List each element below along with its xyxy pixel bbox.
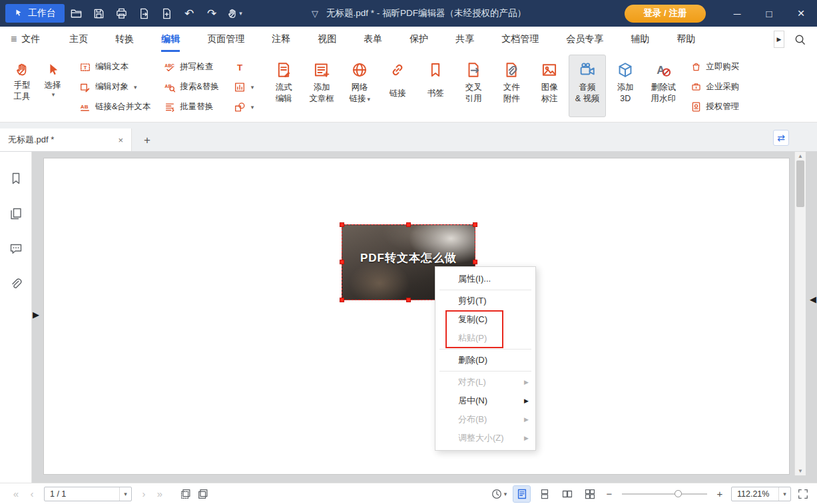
search-button[interactable] [794,33,806,46]
menu-tab-help[interactable]: 帮助 [677,27,695,52]
edit-object-button[interactable]: 编辑对象 ▾ [77,78,152,96]
zoom-slider[interactable] [622,493,707,495]
bookmark-button[interactable]: 书签 [417,55,454,117]
selection-handle[interactable] [340,260,344,264]
context-menu-center[interactable]: 居中(N)▶ [435,391,535,410]
context-menu-properties[interactable]: 属性(I)... [435,270,535,288]
hand-tool-button[interactable]: 手型 工具 [7,55,37,117]
selection-handle[interactable] [340,222,344,227]
last-page-button[interactable]: » [152,488,168,499]
selection-handle[interactable] [406,298,411,302]
menu-tab-protect[interactable]: 保护 [409,27,428,52]
next-page-button[interactable]: › [136,488,152,499]
new-tab-button[interactable]: + [144,134,150,146]
first-page-button[interactable]: « [8,488,24,499]
buy-now-button[interactable]: 立即购买 [688,58,741,76]
selection-handle[interactable] [473,222,477,227]
context-menu-cut[interactable]: 剪切(T) [435,292,535,310]
context-menu-align[interactable]: 对齐(L)▶ [435,373,535,391]
zoom-level-combo[interactable]: 112.21% ▾ [731,487,791,501]
auto-scroll-clock-button[interactable]: ▾ [490,486,507,502]
selection-handle[interactable] [473,260,477,264]
menu-tab-share[interactable]: 共享 [455,27,474,52]
menu-tab-form[interactable]: 表单 [364,27,382,52]
menu-tab-view[interactable]: 视图 [318,27,336,52]
right-panel-collapse-icon[interactable]: ◀ [810,295,816,304]
link-merge-text-button[interactable]: AB 链接&合并文本 [77,98,152,116]
fullscreen-button[interactable] [797,488,809,500]
zoom-out-button[interactable]: − [604,488,615,499]
chevron-down-icon[interactable]: ▾ [119,487,131,501]
context-menu-copy[interactable]: 复制(C) [435,310,535,329]
menu-tab-page-manage[interactable]: 页面管理 [207,27,244,52]
add-article-box-button[interactable]: 添加 文章框 [303,55,340,117]
flow-edit-button[interactable]: 流式 编辑 [265,55,302,117]
tab-close-icon[interactable]: × [118,135,123,145]
facing-pages-button[interactable] [559,486,575,502]
cross-reference-button[interactable]: 交叉 引用 [455,55,492,117]
selection-handle[interactable] [406,222,411,227]
ribbon-expand-button[interactable]: ▶ [774,31,784,48]
chevron-down-icon[interactable]: ▾ [778,487,790,501]
hand-tool-quick-button[interactable]: ▾ [224,3,244,23]
print-button[interactable] [111,3,131,23]
save-button[interactable] [89,3,109,23]
scrollbar-thumb[interactable] [796,160,804,207]
link-button[interactable]: 链接 [379,55,416,117]
file-menu[interactable]: ≡ 文件 [11,33,40,45]
facing-continuous-button[interactable] [581,486,598,502]
edit-text-button[interactable]: T 编辑文本 [77,58,152,76]
menu-tab-comment[interactable]: 注释 [272,27,290,52]
zoom-in-button[interactable]: + [714,488,725,499]
context-menu-distribute[interactable]: 分布(B)▶ [435,410,535,429]
add-3d-button[interactable]: 添加 3D [607,55,644,117]
add-text-tool-button[interactable]: T [232,58,256,76]
prev-page-button[interactable]: ‹ [24,488,40,499]
new-document-button[interactable] [156,3,176,23]
image-annotation-button[interactable]: 图像 标注 [531,55,568,117]
redo-button[interactable]: ↷ [202,3,222,23]
single-page-continuous-button[interactable] [536,486,553,502]
maximize-button[interactable]: □ [753,0,785,27]
page-indicator-combo[interactable]: 1 / 1 ▾ [44,487,132,501]
document-tab[interactable]: 无标题.pdf * × [0,128,132,151]
vertical-scrollbar[interactable]: ▲ ▼ [794,152,806,475]
pdf-page[interactable]: PDF转文本怎么做 [43,158,790,475]
menu-tab-accessibility[interactable]: 辅助 [631,27,649,52]
bookmarks-panel-button[interactable] [9,172,23,185]
file-attachment-button[interactable]: 文件 附件 [493,55,530,117]
menu-tab-convert[interactable]: 转换 [115,27,134,52]
context-menu-paste[interactable]: 粘贴(P) [435,329,535,348]
scroll-down-icon[interactable]: ▼ [795,467,806,475]
pages-panel-button[interactable] [9,207,23,220]
enterprise-purchase-button[interactable]: 企业采购 [688,78,741,96]
clipboard-copy-icon[interactable] [194,486,212,502]
context-menu-resize[interactable]: 调整大小(Z)▶ [435,429,535,447]
scroll-up-icon[interactable]: ▲ [795,152,806,160]
select-tool-button[interactable]: 选择 ▾ [37,55,68,117]
snapshot-icon[interactable] [177,486,194,502]
context-menu-delete[interactable]: 删除(D) [435,351,535,370]
undo-button[interactable]: ↶ [179,3,199,23]
zoom-slider-thumb[interactable] [675,490,682,497]
menu-tab-edit[interactable]: 编辑 [161,27,180,52]
close-button[interactable]: × [785,0,817,27]
comments-panel-button[interactable] [9,242,23,256]
add-shape-tool-button[interactable]: ▾ [232,98,256,116]
audio-video-button[interactable]: 音频 & 视频 [569,55,606,117]
menu-tab-doc-manage[interactable]: 文档管理 [501,27,539,52]
menu-tab-member[interactable]: 会员专享 [566,27,603,52]
chevron-down-outline-icon[interactable]: ▽ [312,9,318,19]
attachments-panel-button[interactable] [9,278,23,291]
license-manage-button[interactable]: 授权管理 [688,98,741,116]
selection-handle[interactable] [340,298,344,302]
sidebar-expand-icon[interactable]: ▶ [33,310,39,319]
minimize-button[interactable]: ─ [721,0,753,27]
spell-check-button[interactable]: ABC 拼写检查 [162,58,220,76]
reading-mode-button[interactable] [513,486,530,502]
workspace-button[interactable]: 工作台 [5,4,65,23]
export-document-button[interactable] [134,3,154,23]
switch-view-button[interactable]: ⇄ [773,130,789,146]
open-file-button[interactable] [66,3,86,23]
web-link-button[interactable]: 网络 链接▾ [341,55,378,117]
